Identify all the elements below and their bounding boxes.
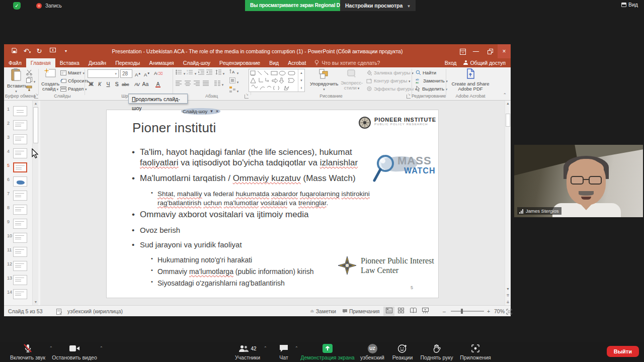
- reading-view-button[interactable]: [408, 307, 419, 316]
- cut-icon[interactable]: [26, 69, 33, 76]
- paragraph-dialog-launcher-icon[interactable]: [245, 95, 249, 99]
- start-slideshow-icon[interactable]: [48, 44, 57, 58]
- leave-meeting-button[interactable]: Выйти: [607, 346, 639, 357]
- notes-button[interactable]: ≐ Заметки: [310, 306, 336, 317]
- toolbar-mic-muted-button[interactable]: Включить звук: [7, 343, 48, 360]
- chevron-up-icon[interactable]: ⌃: [295, 346, 298, 350]
- align-left-icon[interactable]: [176, 80, 182, 87]
- toolbar-participants-button[interactable]: 42Участники: [232, 343, 263, 360]
- slide-thumbnail-8[interactable]: 8: [4, 203, 32, 217]
- toolbar-raise-hand-button[interactable]: Поднять руку: [419, 343, 455, 360]
- new-slide-button[interactable]: Создать слайд ▾: [41, 68, 59, 97]
- scroll-down-icon[interactable]: ▼: [33, 299, 39, 305]
- zoom-security-shield-icon[interactable]: ✓: [13, 2, 21, 10]
- tell-me-box[interactable]: Что вы хотите сделать?: [310, 58, 384, 67]
- webcam-video[interactable]: James Stergios: [514, 145, 643, 217]
- font-size-input[interactable]: 28: [120, 69, 132, 78]
- tab-Дизайн[interactable]: Дизайн: [84, 58, 111, 67]
- tab-Рецензирование[interactable]: Рецензирование: [215, 58, 265, 67]
- toolbar-apps-button[interactable]: Приложения: [459, 343, 492, 360]
- text-direction-icon[interactable]: А ▾: [229, 68, 238, 75]
- view-settings-button[interactable]: Настройки просмотра▼: [340, 0, 416, 11]
- tab-Acrobat[interactable]: Acrobat: [283, 58, 310, 67]
- save-icon[interactable]: [10, 44, 18, 58]
- toolbar-share-screen-button[interactable]: Демонстрация экрана: [300, 343, 355, 360]
- bold-button[interactable]: Ж: [88, 80, 95, 88]
- justify-icon[interactable]: [203, 80, 209, 87]
- slide-thumbnail-13[interactable]: 13: [4, 274, 32, 288]
- align-center-icon[interactable]: [185, 80, 191, 87]
- undo-icon[interactable]: ↶▾: [22, 44, 32, 58]
- grow-font-icon[interactable]: А▲: [135, 70, 141, 77]
- slide-thumbnail-4[interactable]: 4: [4, 147, 32, 161]
- section-button[interactable]: Раздел ▾: [60, 85, 87, 93]
- shapes-gallery[interactable]: ▲▼⇟: [249, 69, 305, 92]
- redo-icon[interactable]: ↻: [35, 44, 43, 58]
- slide-thumbnail-5[interactable]: 5: [4, 161, 32, 175]
- slide-thumbnail-14[interactable]: 14: [4, 288, 32, 302]
- decrease-indent-icon[interactable]: [198, 69, 204, 76]
- shapes-scroll[interactable]: ▲▼⇟: [298, 69, 304, 92]
- find-button[interactable]: Найти: [416, 69, 436, 76]
- thumbnail-scrollbar[interactable]: ▲ ▼: [32, 101, 38, 305]
- quick-styles-button[interactable]: Экспресс-стили ▾: [340, 68, 363, 97]
- tab-Главная[interactable]: Главная: [26, 58, 55, 67]
- zoom-slider[interactable]: [451, 311, 484, 312]
- toolbar-reactions-button[interactable]: Реакции: [390, 343, 415, 360]
- font-color-button[interactable]: А: [154, 80, 162, 88]
- slide-thumbnail-3[interactable]: 3: [4, 133, 32, 147]
- collapse-ribbon-icon[interactable]: ⌃: [503, 93, 507, 98]
- slide-thumbnail-11[interactable]: 11: [4, 245, 32, 259]
- zoom-in-button[interactable]: +: [487, 306, 490, 317]
- zoom-slider-thumb[interactable]: [461, 309, 463, 314]
- select-button[interactable]: Выделить ▾: [416, 85, 447, 93]
- numbered-list-icon[interactable]: 12 ▾: [187, 69, 196, 76]
- close-button[interactable]: ×: [498, 44, 511, 58]
- replace-button[interactable]: abacЗаменить ▾: [416, 77, 448, 84]
- slide-canvas[interactable]: Pioner instituti PIONEER INSTITUTEPUBLIC…: [106, 110, 439, 298]
- sign-in-button[interactable]: Вход: [445, 60, 457, 66]
- comments-button[interactable]: Примечания: [342, 306, 380, 317]
- ribbon-display-options-icon[interactable]: [456, 44, 469, 58]
- slide-thumbnail-2[interactable]: 2: [4, 119, 32, 133]
- customize-quick-access-icon[interactable]: ▾: [62, 44, 69, 58]
- tab-Слайд-шоу[interactable]: Слайд-шоу: [179, 58, 215, 67]
- minimize-button[interactable]: —: [469, 44, 482, 58]
- format-painter-icon[interactable]: [26, 85, 32, 93]
- slide-thumbnail-6[interactable]: 6: [4, 175, 32, 189]
- zoom-level[interactable]: 70%: [494, 306, 505, 317]
- slide-thumbnail-7[interactable]: 7: [4, 189, 32, 203]
- columns-icon[interactable]: ▾: [214, 80, 223, 87]
- character-spacing-button[interactable]: AV: [133, 80, 140, 88]
- toolbar-options-icon[interactable]: ▼: [209, 109, 213, 114]
- tab-Вид[interactable]: Вид: [265, 58, 283, 67]
- layout-button[interactable]: Макет ▾: [60, 69, 85, 76]
- font-name-input[interactable]: ▾: [88, 69, 119, 78]
- change-case-button[interactable]: Aa: [142, 80, 149, 88]
- paste-button[interactable]: Вставить▾: [7, 68, 25, 97]
- italic-button[interactable]: К: [96, 80, 103, 88]
- drawing-dialog-launcher-icon[interactable]: [407, 95, 411, 99]
- toolbar-close-icon[interactable]: ✕: [215, 109, 219, 114]
- scroll-up-icon[interactable]: ▲: [505, 101, 511, 107]
- slideshow-view-button[interactable]: [420, 307, 431, 316]
- create-adobe-pdf-button[interactable]: Create and ShareAdobe PDF: [449, 68, 492, 97]
- share-button[interactable]: Общий доступ: [463, 60, 506, 66]
- fit-to-window-icon[interactable]: [506, 306, 512, 317]
- previous-slide-icon[interactable]: ⇈: [505, 293, 511, 299]
- copy-icon[interactable]: ▾: [26, 77, 35, 84]
- scroll-down-icon[interactable]: ▼: [505, 286, 511, 292]
- clipboard-dialog-launcher-icon[interactable]: [34, 95, 38, 99]
- align-right-icon[interactable]: [194, 80, 200, 87]
- editor-scrollbar[interactable]: ▲ ▼ ⇈ ⇊: [505, 101, 511, 305]
- arrange-button[interactable]: Упорядочить▾: [310, 68, 338, 97]
- convert-smartart-icon[interactable]: ▾: [229, 86, 238, 94]
- next-slide-icon[interactable]: ⇊: [505, 299, 511, 305]
- strikethrough-button[interactable]: abc: [122, 80, 129, 88]
- underline-button[interactable]: Ч: [105, 80, 112, 88]
- shape-effects-button[interactable]: Эффекты фигуры ▾: [366, 85, 417, 93]
- align-text-icon[interactable]: ▾: [229, 77, 238, 84]
- zoom-out-button[interactable]: –: [443, 306, 446, 317]
- chevron-up-icon[interactable]: ⌃: [264, 346, 267, 350]
- text-shadow-button[interactable]: S: [113, 80, 120, 88]
